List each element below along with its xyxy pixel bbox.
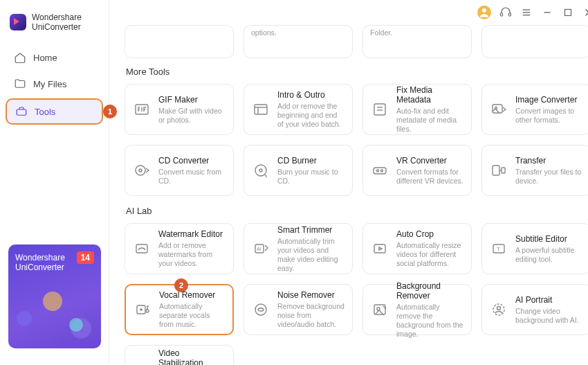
card-desc: Automatically trim your videos and make … [277, 237, 345, 273]
svg-rect-32 [374, 244, 385, 253]
svg-rect-12 [255, 105, 267, 114]
tool-card-fragment[interactable]: Folder. [362, 25, 472, 58]
vocal-remover-icon [133, 300, 152, 319]
card-desc: A powerful subtitle editing tool. [515, 246, 583, 264]
brand-text: Wondershare UniConverter [32, 12, 82, 32]
trimmer-icon: AI [251, 239, 270, 258]
card-title: Fix Media Metadata [396, 85, 464, 105]
svg-rect-29 [136, 244, 147, 253]
card-desc: Automatically separate vocals from music… [159, 302, 226, 329]
tool-card-fix-metadata[interactable]: Fix Media MetadataAuto-fix and edit meta… [362, 84, 472, 135]
svg-marker-33 [379, 247, 382, 250]
tool-card-intro-outro[interactable]: Intro & OutroAdd or remove the beginning… [244, 84, 353, 135]
card-title: Subtitle Editor [515, 234, 583, 244]
svg-point-40 [377, 308, 380, 310]
tool-card-video-stabilization[interactable]: Video Stabilization [125, 345, 234, 365]
card-title: Watermark Editor [158, 229, 226, 239]
card-desc: Burn your music to CD. [277, 168, 345, 186]
tool-card-auto-crop[interactable]: Auto CropAutomatically resize videos for… [362, 223, 472, 274]
card-desc: Automatically resize videos for differen… [396, 241, 464, 268]
svg-point-25 [377, 170, 379, 172]
maximize-icon[interactable] [562, 6, 574, 19]
svg-rect-0 [17, 109, 26, 115]
sidebar-item-home[interactable]: Home [6, 46, 103, 69]
crop-icon [370, 239, 389, 258]
tool-card-gif-maker[interactable]: GIF MakerMake Gif with video or photos. [125, 84, 234, 135]
card-title: Intro & Outro [277, 90, 345, 100]
tool-card-transfer[interactable]: TransferTransfer your files to device. [481, 145, 588, 196]
svg-point-37 [146, 310, 149, 312]
section-title-more-tools: More Tools [126, 66, 588, 77]
tool-card-vocal-remover[interactable]: 2 Vocal RemoverAutomatically separate vo… [125, 284, 234, 335]
card-desc: Make Gif with video or photos. [158, 107, 226, 125]
tool-card-vr-converter[interactable]: VR ConverterConvert formats for differen… [362, 145, 472, 196]
svg-rect-3 [509, 13, 511, 17]
card-desc: Convert images to other formats. [515, 107, 583, 125]
promo-version-badge: 14 [77, 251, 94, 264]
svg-rect-27 [493, 166, 499, 175]
noise-remover-icon [251, 300, 270, 319]
svg-point-23 [259, 169, 262, 172]
tool-card-fragment[interactable]: options. [244, 25, 353, 58]
tool-card-noise-remover[interactable]: Noise RemoverRemove background noise fro… [244, 284, 353, 335]
tool-card-fragment[interactable] [125, 25, 234, 58]
card-desc: Add or remove the beginning and end of y… [277, 102, 345, 129]
card-desc: Change video background with AI. [515, 307, 583, 325]
cd-burn-icon [251, 161, 270, 180]
tool-card-cd-converter[interactable]: CD ConverterConvert music from CD. [125, 145, 234, 196]
menu-icon[interactable] [520, 6, 533, 19]
watermark-icon [132, 239, 151, 258]
intro-outro-icon [251, 100, 270, 119]
home-icon [14, 51, 26, 64]
tool-card-fragment[interactable] [481, 25, 588, 58]
sidebar-item-label: My Files [33, 79, 66, 89]
svg-point-21 [139, 169, 142, 172]
cd-convert-icon [132, 161, 151, 180]
card-title: Vocal Remover [159, 290, 226, 300]
tool-card-cd-burner[interactable]: CD BurnerBurn your music to CD. [244, 145, 353, 196]
card-title: CD Converter [158, 156, 226, 166]
subtitle-icon: T [489, 239, 508, 258]
card-title: VR Converter [396, 156, 464, 166]
tool-card-subtitle-editor[interactable]: T Subtitle EditorA powerful subtitle edi… [481, 223, 588, 274]
image-convert-icon [489, 100, 508, 119]
vr-icon [370, 161, 389, 180]
sidebar-item-myfiles[interactable]: My Files [6, 72, 103, 96]
sidebar-item-tools[interactable]: Tools 1 [6, 98, 103, 125]
svg-rect-28 [502, 168, 505, 173]
svg-point-38 [255, 304, 266, 315]
svg-text:T: T [497, 246, 500, 252]
card-title: Smart Trimmer [277, 225, 345, 235]
folder-icon [14, 78, 26, 90]
support-icon[interactable] [499, 6, 512, 19]
card-title: GIF Maker [158, 95, 226, 105]
avatar[interactable] [477, 6, 491, 19]
card-desc: Transfer your files to device. [515, 168, 583, 186]
svg-rect-24 [374, 168, 386, 174]
tool-card-watermark-editor[interactable]: Watermark EditorAdd or remove watermarks… [125, 223, 234, 274]
tool-card-image-converter[interactable]: Image ConverterConvert images to other f… [481, 84, 588, 135]
toolbox-icon [15, 105, 28, 118]
card-desc: Remove background noise from video/audio… [277, 302, 345, 329]
close-icon[interactable] [582, 6, 588, 19]
sidebar-item-label: Tools [35, 107, 55, 117]
minimize-icon[interactable] [541, 6, 553, 19]
callout-badge-1: 1 [103, 105, 117, 118]
tool-card-background-remover[interactable]: Background RemoverAutomatically remove t… [362, 284, 472, 335]
card-desc: Automatically remove the background from… [396, 303, 464, 339]
svg-rect-8 [565, 10, 571, 16]
card-desc: Auto-fix and edit metadate of media file… [396, 107, 464, 134]
card-title: AI Portrait [515, 295, 583, 305]
svg-rect-18 [493, 105, 502, 113]
tool-card-ai-portrait[interactable]: AI PortraitChange video background with … [481, 284, 588, 335]
tool-card-smart-trimmer[interactable]: AI Smart TrimmerAutomatically trim your … [244, 223, 353, 274]
promo-card[interactable]: Wondershare UniConverter 14 [8, 244, 101, 348]
svg-point-22 [255, 165, 266, 176]
card-title: Transfer [515, 156, 583, 166]
card-title: CD Burner [277, 156, 345, 166]
callout-badge-2: 2 [174, 278, 188, 292]
svg-point-20 [136, 166, 145, 175]
card-title: Background Remover [396, 281, 464, 301]
svg-point-42 [497, 307, 501, 310]
section-title-ai-lab: AI Lab [126, 206, 588, 216]
